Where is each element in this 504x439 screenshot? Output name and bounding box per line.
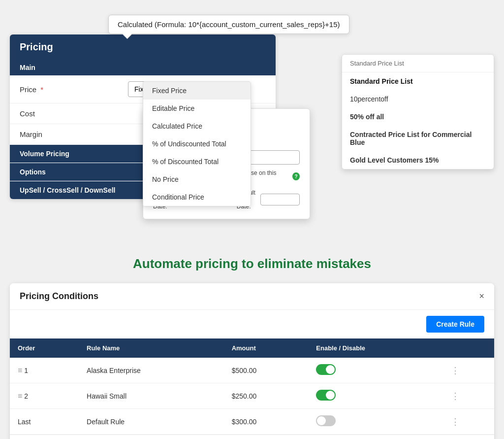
dots-cell: ⋮ <box>443 383 494 409</box>
table-row: ≡ 2 Hawaii Small $250.00 ⋮ <box>10 383 494 409</box>
toggle-switch[interactable] <box>316 415 336 426</box>
order-value: 1 <box>24 367 28 374</box>
dropdown-item-editable[interactable]: Editable Price <box>143 100 251 117</box>
toggle-cell <box>308 358 443 383</box>
conditions-table: Order Rule Name Amount Enable / Disable … <box>10 338 494 435</box>
dropdown-item-calculated[interactable]: Calculated Price <box>143 117 251 135</box>
rule-name-cell: Default Rule <box>79 409 224 435</box>
order-cell: Last <box>10 409 79 435</box>
conditions-footer: Rules will run in order provided. <box>10 435 494 439</box>
price-type-dropdown-menu: Fixed Price Editable Price Calculated Pr… <box>143 81 251 206</box>
amount-cell: $500.00 <box>224 358 309 383</box>
order-value: 2 <box>24 392 28 400</box>
top-section: Calculated (Formula: 10*{account_custom_… <box>10 10 494 241</box>
toggle-cell <box>308 409 443 435</box>
toggle-switch[interactable] <box>316 364 336 375</box>
amount-cell: $300.00 <box>224 409 309 435</box>
drag-icon[interactable]: ≡ <box>18 392 22 400</box>
rule-name-cell: Hawaii Small <box>79 383 224 409</box>
main-section-label: Main <box>10 60 276 75</box>
dropdown-item-conditional[interactable]: Conditional Price <box>143 188 251 206</box>
th-amount: Amount <box>224 338 309 358</box>
table-row: ≡ 1 Alaska Enterprise $500.00 ⋮ <box>10 358 494 383</box>
help-icon: ? <box>292 172 300 180</box>
pricing-panel-title: Pricing <box>10 34 276 60</box>
price-list-dropdown: Standard Price List Standard Price List … <box>342 54 494 169</box>
toggle-cell <box>308 383 443 409</box>
end-date-input[interactable] <box>260 194 300 205</box>
price-list-dropdown-header: Standard Price List <box>342 55 494 72</box>
amount-cell: $250.00 <box>224 383 309 409</box>
create-rule-button[interactable]: Create Rule <box>426 316 484 333</box>
formula-text: Calculated (Formula: 10*{account_custom_… <box>118 20 340 29</box>
rule-name-cell: Alaska Enterprise <box>79 358 224 383</box>
drag-icon[interactable]: ≡ <box>18 366 22 374</box>
conditions-toolbar: Create Rule <box>10 310 494 338</box>
dropdown-item-fixed[interactable]: Fixed Price <box>143 82 251 100</box>
cost-label: Cost <box>20 109 128 118</box>
dots-cell: ⋮ <box>443 409 494 435</box>
price-list-item-3[interactable]: Contracted Price List for Commercial Blu… <box>342 126 494 151</box>
dots-cell: ⋮ <box>443 358 494 383</box>
dropdown-item-discounted[interactable]: % of Discounted Total <box>143 153 251 170</box>
conditions-header: Pricing Conditions × <box>10 283 494 310</box>
margin-label: Margin <box>20 130 128 138</box>
formula-tooltip: Calculated (Formula: 10*{account_custom_… <box>108 15 349 34</box>
th-actions <box>443 338 494 358</box>
price-list-item-0[interactable]: Standard Price List <box>342 72 494 90</box>
row-actions-menu[interactable]: ⋮ <box>451 391 460 401</box>
price-list-item-1[interactable]: 10percentoff <box>342 90 494 108</box>
order-cell: ≡ 1 <box>10 358 79 383</box>
close-button[interactable]: × <box>479 291 484 302</box>
th-rule-name: Rule Name <box>79 338 224 358</box>
row-actions-menu[interactable]: ⋮ <box>451 366 460 375</box>
automate-heading: Automate pricing to eliminate mistakes <box>10 256 494 271</box>
table-row: Last Default Rule $300.00 ⋮ <box>10 409 494 435</box>
required-star: * <box>40 85 43 94</box>
dropdown-item-undiscounted[interactable]: % of Undiscounted Total <box>143 135 251 153</box>
pricing-conditions-panel: Pricing Conditions × Create Rule Order R… <box>10 283 494 439</box>
price-list-item-4[interactable]: Gold Level Customers 15% <box>342 151 494 169</box>
dropdown-item-noprice[interactable]: No Price <box>143 170 251 188</box>
th-enable-disable: Enable / Disable <box>308 338 443 358</box>
order-cell: ≡ 2 <box>10 383 79 409</box>
toggle-switch[interactable] <box>316 390 336 401</box>
conditions-tbody: ≡ 1 Alaska Enterprise $500.00 ⋮ ≡ 2 Hawa… <box>10 358 494 435</box>
row-actions-menu[interactable]: ⋮ <box>451 417 460 427</box>
table-header: Order Rule Name Amount Enable / Disable <box>10 338 494 358</box>
price-list-item-2[interactable]: 50% off all <box>342 108 494 126</box>
conditions-title: Pricing Conditions <box>20 291 98 302</box>
order-value: Last <box>18 418 31 426</box>
th-order: Order <box>10 338 79 358</box>
price-label: Price * <box>20 85 128 94</box>
